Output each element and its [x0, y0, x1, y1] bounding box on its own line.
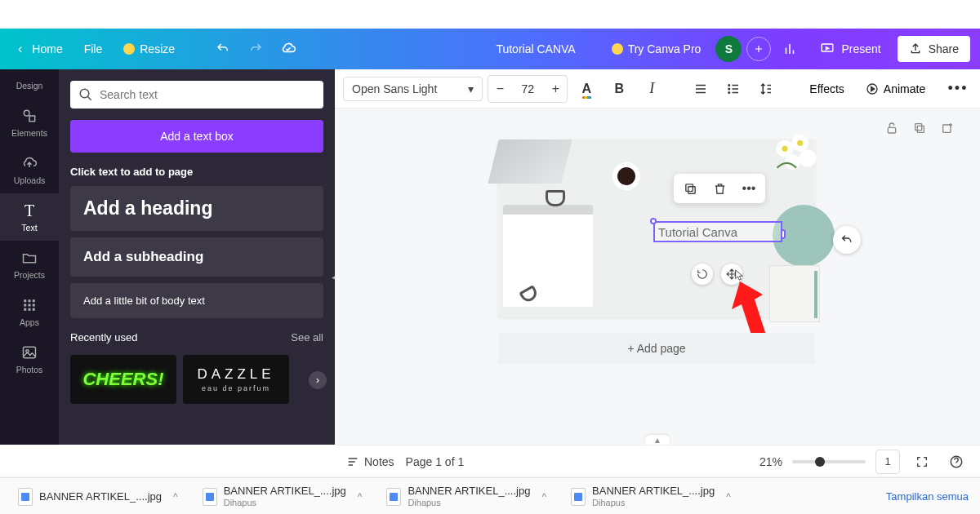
file-menu[interactable]: File: [76, 38, 111, 60]
move-icon: [726, 268, 737, 280]
add-subheading-option[interactable]: Add a subheading: [70, 237, 323, 277]
add-page-button[interactable]: + Add page: [498, 333, 815, 364]
font-size-decrease[interactable]: −: [488, 76, 511, 102]
add-page-top-button[interactable]: [938, 118, 957, 138]
show-thumbnails-button[interactable]: ▲: [645, 435, 670, 445]
rail-elements[interactable]: Elements: [0, 99, 59, 146]
recent-thumb-1[interactable]: CHEERS!: [70, 355, 176, 404]
download-item[interactable]: BANNER ARTIKEL_....jpg ^: [11, 485, 185, 509]
bold-button[interactable]: B: [605, 75, 633, 103]
add-text-box-button[interactable]: Add a text box: [70, 120, 323, 153]
rail-uploads[interactable]: Uploads: [0, 146, 59, 193]
download-item[interactable]: BANNER ARTIKEL_....jpg Dihapus ^: [196, 481, 369, 512]
duplicate-element-button[interactable]: [680, 179, 700, 198]
page-count-button[interactable]: 1: [875, 450, 900, 474]
selection-handle[interactable]: [781, 229, 786, 239]
file-image-icon: [203, 488, 217, 506]
svg-rect-21: [915, 124, 922, 131]
canvas-stage[interactable]: Tutorial Canva •••: [335, 109, 980, 445]
svg-point-26: [785, 154, 800, 170]
header-bar: ‹ Home File Resize Tutorial CANVA Try Ca…: [0, 29, 980, 69]
see-all-link[interactable]: See all: [291, 331, 323, 343]
thumb2-title: DAZZLE: [197, 366, 274, 383]
add-body-text-option[interactable]: Add a little bit of body text: [70, 283, 323, 318]
rotate-handle[interactable]: [692, 264, 713, 285]
align-icon: [693, 82, 708, 96]
share-button[interactable]: Share: [898, 36, 970, 62]
chevron-up-icon: ^: [358, 491, 363, 503]
svg-point-15: [728, 84, 730, 86]
rail-projects[interactable]: Projects: [0, 241, 59, 288]
effects-button[interactable]: Effects: [801, 82, 853, 95]
text-color-button[interactable]: A: [572, 75, 600, 103]
fullscreen-button[interactable]: [910, 450, 934, 474]
home-label: Home: [32, 42, 62, 55]
show-all-downloads[interactable]: Tampilkan semua: [886, 490, 969, 503]
click-to-add-hint: Click text to add to page: [70, 166, 323, 178]
download-item[interactable]: BANNER ARTIKEL_....jpg Dihapus ^: [564, 481, 737, 512]
avatar[interactable]: S: [715, 36, 742, 62]
rail-apps[interactable]: Apps: [0, 288, 59, 335]
thumb2-sub: eau de parfum: [202, 384, 270, 392]
document-title[interactable]: Tutorial CANVA: [496, 42, 575, 55]
font-size-value[interactable]: 72: [511, 82, 544, 95]
add-heading-option[interactable]: Add a heading: [70, 186, 323, 231]
thumb-next-button[interactable]: ›: [309, 371, 327, 389]
download-item[interactable]: BANNER ARTIKEL_....jpg Dihapus ^: [380, 481, 553, 512]
italic-button[interactable]: I: [638, 75, 666, 103]
file-image-icon: [18, 488, 33, 506]
design-page[interactable]: Tutorial Canva: [498, 140, 815, 317]
search-text-input[interactable]: [70, 81, 323, 109]
zoom-slider-thumb[interactable]: [815, 457, 825, 467]
search-field[interactable]: [100, 88, 315, 101]
selection-handle[interactable]: [650, 218, 657, 224]
cloud-check-icon: [280, 41, 296, 57]
rail-design[interactable]: Design: [0, 73, 59, 99]
more-options-button[interactable]: •••: [944, 75, 972, 103]
duplicate-page-button[interactable]: [910, 118, 929, 138]
svg-point-17: [728, 91, 730, 93]
add-collaborator-button[interactable]: [746, 37, 771, 61]
notes-label: Notes: [364, 455, 394, 468]
image-icon: [20, 343, 38, 361]
font-family-dropdown[interactable]: Open Sans Light ▾: [343, 77, 483, 101]
font-size-stepper: − 72 +: [488, 75, 568, 103]
rail-text[interactable]: T Text: [0, 193, 59, 241]
notes-icon: [346, 455, 359, 468]
analytics-button[interactable]: [776, 35, 804, 63]
recent-thumb-2[interactable]: DAZZLE eau de parfum: [183, 355, 289, 404]
downloads-bar: BANNER ARTIKEL_....jpg ^ BANNER ARTIKEL_…: [0, 477, 980, 514]
move-handle[interactable]: [721, 264, 742, 285]
cloud-sync-button[interactable]: [274, 35, 302, 63]
rail-photos-label: Photos: [16, 365, 43, 374]
zoom-slider[interactable]: [792, 460, 866, 463]
delete-element-button[interactable]: [710, 179, 729, 198]
font-size-increase[interactable]: +: [544, 76, 567, 102]
undo-icon: [840, 233, 853, 246]
resize-button[interactable]: Resize: [115, 38, 183, 60]
selected-text-element[interactable]: Tutorial Canva: [653, 221, 782, 242]
floating-undo-button[interactable]: [833, 226, 861, 254]
zoom-level: 21%: [760, 455, 782, 468]
try-pro-button[interactable]: Try Canva Pro: [602, 38, 711, 60]
notes-button[interactable]: Notes: [346, 455, 394, 468]
help-button[interactable]: [944, 450, 969, 474]
spacing-button[interactable]: [752, 75, 780, 103]
rail-photos[interactable]: Photos: [0, 335, 59, 383]
svg-point-28: [797, 140, 803, 146]
undo-button[interactable]: [209, 35, 237, 63]
animate-label: Animate: [884, 82, 925, 95]
thumb1-text: CHEERS!: [82, 369, 163, 390]
redo-button[interactable]: [242, 35, 270, 63]
trash-icon: [713, 182, 727, 196]
more-element-button[interactable]: •••: [739, 179, 759, 198]
align-button[interactable]: [687, 75, 715, 103]
home-button[interactable]: ‹ Home: [10, 37, 71, 61]
download-status: Dihapus: [592, 498, 715, 508]
lock-page-button[interactable]: [882, 118, 902, 138]
present-button[interactable]: Present: [808, 35, 892, 63]
svg-point-14: [80, 89, 89, 98]
copy-icon: [684, 182, 697, 196]
list-button[interactable]: [719, 75, 747, 103]
animate-button[interactable]: Animate: [858, 82, 933, 95]
